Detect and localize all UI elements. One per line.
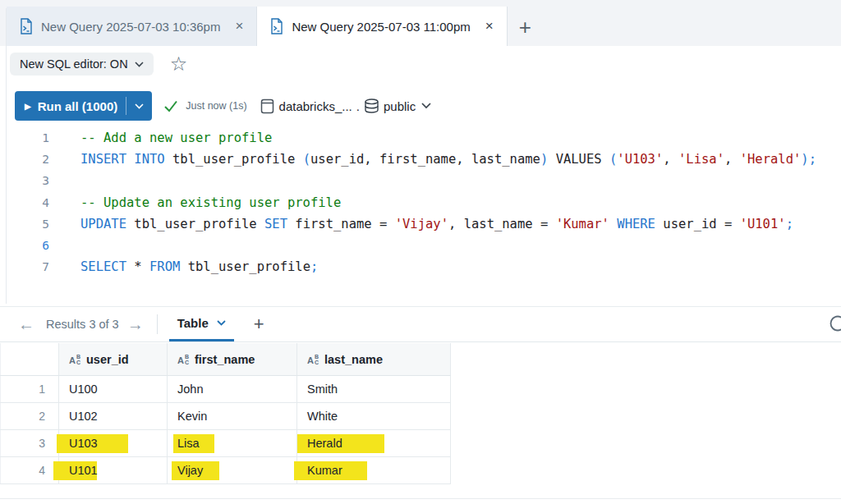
code-token: INSERT INTO [80,152,165,167]
line-number: 2 [0,153,49,166]
code-token: , last_name = [448,217,556,231]
line-number: 4 [0,196,49,209]
search-icon[interactable] [826,314,841,337]
chevron-down-icon[interactable] [421,103,431,109]
table-row[interactable]: 2U102KevinWhite [0,403,451,430]
column-header-last_name[interactable]: ABClast_name [297,343,451,375]
row-number: 1 [0,376,59,402]
line-number: 6 [0,239,49,252]
code-line[interactable]: 1-- Add a new user profile [0,127,841,149]
tab-query-1[interactable]: New Query 2025-07-03 10:36pm × [7,7,257,46]
tab-label: New Query 2025-07-03 11:00pm [292,20,470,34]
code-line-text: UPDATE tbl_user_profile SET first_name =… [49,217,793,231]
new-sql-editor-toggle[interactable]: New SQL editor: ON [10,53,154,76]
results-table: ABCuser_idABCfirst_nameABClast_name 1U10… [0,343,451,484]
column-header-label: last_name [324,353,383,366]
close-icon[interactable]: × [485,18,494,34]
highlighted-cell-value: Kumar [307,464,342,477]
code-token: user_id, first_name, last_name [310,152,540,167]
column-header-first_name[interactable]: ABCfirst_name [168,343,297,375]
table-cell: Lisa [168,430,297,456]
row-number: 4 [0,457,59,483]
table-row[interactable]: 3U103LisaHerald [0,430,451,457]
code-line[interactable]: 6 [0,235,841,256]
add-visualization-button[interactable]: + [254,314,264,335]
string-type-icon: ABC [177,354,189,365]
table-cell: Smith [297,376,451,402]
code-token: , [663,152,678,167]
code-line-text: INSERT INTO tbl_user_profile (user_id, f… [49,152,816,167]
close-icon[interactable]: × [235,18,243,34]
editor-options-row: New SQL editor: ON ☆ [10,53,187,76]
schema-selector[interactable]: public [384,99,416,113]
table-cell: John [168,376,297,402]
code-token: user_id = [655,217,740,231]
code-line-text: -- Update an existing user profile [49,195,341,210]
table-cell: U100 [59,376,168,402]
highlighted-cell-value: Lisa [177,437,200,450]
code-token: tbl_user_profile [126,217,264,231]
tab-bar: New Query 2025-07-03 10:36pm × New Query… [0,0,841,46]
code-token [609,217,617,231]
query-file-icon [270,18,283,34]
code-token: ); [801,152,816,167]
code-line[interactable]: 4-- Update an existing user profile [0,192,841,213]
code-token: UPDATE [80,217,126,231]
line-number: 7 [0,260,49,273]
code-token: SELECT [80,259,126,274]
cell-value: White [307,410,338,423]
code-token: 'Lisa' [678,152,724,167]
code-token: tbl_user_profile [165,152,303,167]
chevron-down-icon[interactable] [135,103,144,109]
code-line[interactable]: 5UPDATE tbl_user_profile SET first_name … [0,213,841,235]
table-cell: Herald [297,430,451,456]
tab-query-2[interactable]: New Query 2025-07-03 11:00pm × [257,7,507,46]
code-line[interactable]: 7SELECT * FROM tbl_user_profile; [0,256,841,277]
code-lines: 1-- Add a new user profile2INSERT INTO t… [0,127,841,277]
cell-value: U100 [69,383,98,396]
code-editor[interactable]: 1-- Add a new user profile2INSERT INTO t… [0,127,841,306]
table-row[interactable]: 4U101VijayKumar [0,457,451,484]
new-tab-button[interactable]: + [519,16,531,38]
string-type-icon: ABC [307,354,319,365]
code-token: 'Herald' [740,152,802,167]
code-token: ( [609,152,617,167]
table-row[interactable]: 1U100JohnSmith [0,376,451,403]
code-token: -- Add a new user profile [80,131,272,145]
code-token: 'Vijay' [395,217,448,231]
row-number: 2 [0,403,59,429]
next-result-button[interactable]: → [127,315,144,334]
tab-label: New Query 2025-07-03 10:36pm [41,20,220,34]
code-line[interactable]: 3 [0,170,841,191]
results-count-label: Results 3 of 3 [46,318,119,331]
highlighted-cell-value: U103 [69,437,98,450]
code-token: 'U101' [740,217,786,231]
catalog-icon [260,99,274,114]
string-type-icon: ABC [69,354,80,365]
favorite-star-icon[interactable]: ☆ [170,54,188,74]
code-token: tbl_user_profile [180,259,310,274]
highlighted-cell-value: Vijay [177,464,203,477]
table-cell: Kumar [297,457,451,483]
chevron-down-icon [217,320,226,326]
previous-result-button[interactable]: ← [18,315,34,334]
highlighted-cell-value: U101 [69,464,98,477]
table-header-row: ABCuser_idABCfirst_nameABClast_name [0,343,451,376]
code-line-text: -- Add a new user profile [49,131,272,145]
table-view-tab[interactable]: Table [169,307,234,341]
chevron-down-icon [135,62,144,67]
run-all-button[interactable]: ▶ Run all (1000) [15,91,152,121]
sql-editor-screen: New Query 2025-07-03 10:36pm × New Query… [0,0,841,504]
cell-value: U102 [69,410,98,423]
code-token: FROM [149,259,180,274]
table-cell: Vijay [168,457,297,483]
column-header-user_id[interactable]: ABCuser_id [59,343,168,375]
cell-value: John [177,383,203,396]
code-token: first_name = [287,217,395,231]
cell-value: Kevin [177,410,207,423]
code-token: , [724,152,740,167]
code-token: ) [540,152,548,167]
catalog-selector[interactable]: databricks_... [279,99,352,113]
code-line[interactable]: 2INSERT INTO tbl_user_profile (user_id, … [0,149,841,170]
code-token: 'U103' [617,152,663,167]
